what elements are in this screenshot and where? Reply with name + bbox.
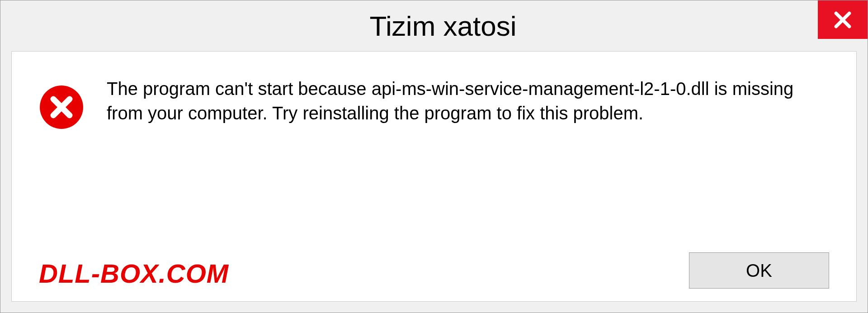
close-button[interactable]: [818, 0, 868, 39]
footer-row: DLL-BOX.COM OK: [39, 234, 829, 289]
watermark-text: DLL-BOX.COM: [39, 258, 229, 289]
error-message: The program can't start because api-ms-w…: [107, 76, 829, 125]
titlebar: Tizim xatosi: [0, 0, 868, 51]
content-area: The program can't start because api-ms-w…: [11, 51, 857, 302]
ok-button[interactable]: OK: [689, 252, 829, 289]
error-dialog-window: Tizim xatosi The program can't start bec…: [0, 0, 868, 313]
error-icon: [39, 85, 84, 130]
close-icon: [833, 10, 853, 30]
message-row: The program can't start because api-ms-w…: [39, 76, 829, 130]
window-title: Tizim xatosi: [19, 10, 868, 42]
